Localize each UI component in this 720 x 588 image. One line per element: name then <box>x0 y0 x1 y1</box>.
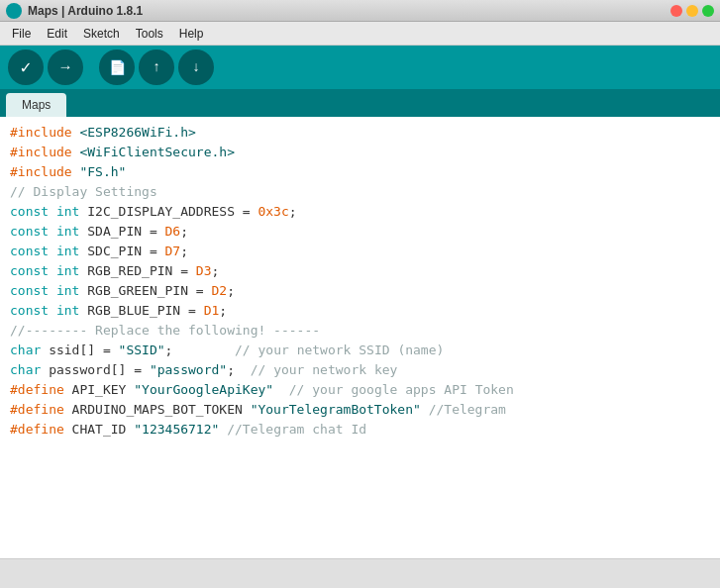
code-line-2: #include <WiFiClientSecure.h> <box>10 143 710 162</box>
code-line-17: char ssid[] = "SSID"; // your network SS… <box>10 341 710 360</box>
minimize-button[interactable] <box>686 5 698 17</box>
code-line-18: char password[] = "password"; // your ne… <box>10 360 710 380</box>
code-line-16: //-------- Replace the following! ------ <box>10 321 710 341</box>
tab-maps[interactable]: Maps <box>6 93 66 117</box>
code-line-13: const int RGB_BLUE_PIN = D1; <box>10 301 710 321</box>
titlebar: Maps | Arduino 1.8.1 <box>0 0 720 22</box>
menu-help[interactable]: Help <box>171 25 212 43</box>
statusbar <box>0 558 720 588</box>
toolbar: ✓ → 📄 ↑ ↓ <box>0 46 720 89</box>
code-line-21: #define CHAT_ID "123456712" //Telegram c… <box>10 420 710 440</box>
upload-button[interactable]: → <box>48 49 83 85</box>
code-line-6: // Display Settings <box>10 182 710 202</box>
save-button[interactable]: ↓ <box>178 49 214 85</box>
code-line-11: const int RGB_RED_PIN = D3; <box>10 261 710 281</box>
code-line-12: const int RGB_GREEN_PIN = D2; <box>10 281 710 301</box>
menu-edit[interactable]: Edit <box>39 25 75 43</box>
maximize-button[interactable] <box>702 5 714 17</box>
close-button[interactable] <box>670 5 682 17</box>
menubar: File Edit Sketch Tools Help <box>0 22 720 46</box>
code-line-8: const int SDA_PIN = D6; <box>10 222 710 242</box>
menu-file[interactable]: File <box>4 25 39 43</box>
tabbar: Maps <box>0 89 720 117</box>
code-editor[interactable]: #include <ESP8266WiFi.h> #include <WiFiC… <box>0 117 720 558</box>
menu-tools[interactable]: Tools <box>128 25 171 43</box>
titlebar-text: Maps | Arduino 1.8.1 <box>28 4 143 18</box>
open-button[interactable]: ↑ <box>139 49 174 85</box>
verify-button[interactable]: ✓ <box>8 49 44 85</box>
window-controls[interactable] <box>670 5 714 17</box>
code-line-1: #include <ESP8266WiFi.h> <box>10 123 710 143</box>
menu-sketch[interactable]: Sketch <box>75 25 128 43</box>
code-line-7: const int I2C_DISPLAY_ADDRESS = 0x3c; <box>10 202 710 222</box>
new-button[interactable]: 📄 <box>99 49 135 85</box>
app-icon <box>6 3 22 19</box>
code-line-9: const int SDC_PIN = D7; <box>10 242 710 261</box>
code-line-4: #include "FS.h" <box>10 162 710 182</box>
code-line-20: #define ARDUINO_MAPS_BOT_TOKEN "YourTele… <box>10 400 710 420</box>
code-line-19: #define API_KEY "YourGoogleApiKey" // yo… <box>10 380 710 400</box>
